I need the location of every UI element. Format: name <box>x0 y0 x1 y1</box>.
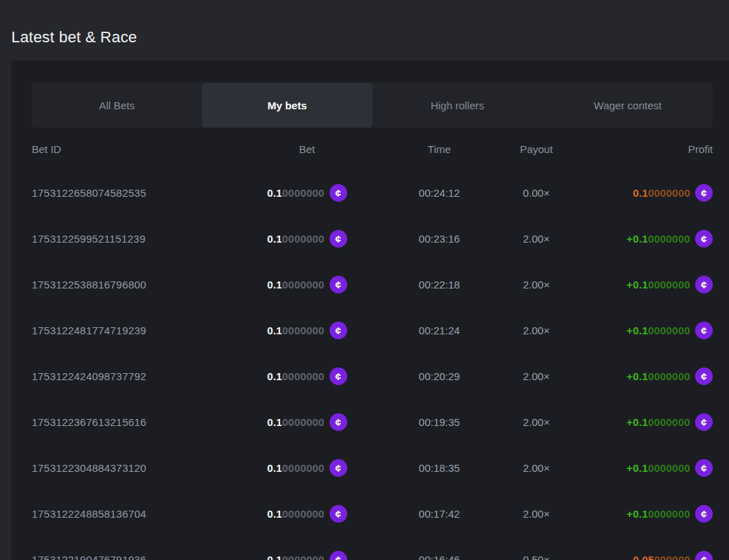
bet-amount-zeros: 0000000 <box>282 508 325 520</box>
bet-amount: 0.10000000 ¢ <box>267 184 347 202</box>
header-time: Time <box>385 143 494 155</box>
bet-time: 00:23:16 <box>418 233 459 245</box>
header-bet: Bet <box>229 143 385 155</box>
header-payout: Payout <box>494 143 579 155</box>
bet-amount-main: 0.1 <box>267 370 282 382</box>
bet-profit: +0.10000000 ¢ <box>627 367 713 385</box>
bet-profit: +0.10000000 ¢ <box>627 230 713 248</box>
bet-amount-zeros: 0000000 <box>282 370 325 382</box>
bet-amount-main: 0.1 <box>267 508 282 520</box>
bet-time: 00:18:35 <box>418 462 459 474</box>
coin-icon: ¢ <box>330 413 347 431</box>
coin-icon: ¢ <box>330 551 347 560</box>
coin-icon: ¢ <box>695 230 713 248</box>
coin-icon: ¢ <box>330 276 347 293</box>
bet-profit: +0.10000000 ¢ <box>627 459 713 477</box>
bet-profit: +0.10000000 ¢ <box>627 505 713 523</box>
header-bet-id: Bet ID <box>32 143 229 155</box>
profit-amount-zeros: 0000000 <box>648 324 690 336</box>
bet-payout: 2.00× <box>523 462 550 474</box>
table-row[interactable]: 1753122248858136704 0.10000000 ¢ 00:17:4… <box>32 491 713 537</box>
bet-amount-zeros: 0000000 <box>282 462 325 474</box>
bet-profit: 0.10000000 ¢ <box>633 184 713 202</box>
profit-amount-main: +0.1 <box>627 416 648 428</box>
coin-icon: ¢ <box>330 230 347 248</box>
profit-amount-main: +0.1 <box>627 233 648 245</box>
bet-payout: 0.50× <box>523 554 550 560</box>
coin-icon: ¢ <box>695 367 713 385</box>
bet-id-value: 1753122248858136704 <box>32 508 146 520</box>
coin-icon: ¢ <box>695 184 713 202</box>
bet-amount: 0.10000000 ¢ <box>267 322 347 339</box>
bets-table-body: 1753122658074582535 0.10000000 ¢ 00:24:1… <box>32 170 713 560</box>
coin-icon: ¢ <box>330 184 347 202</box>
bet-profit: +0.10000000 ¢ <box>627 276 713 293</box>
bet-amount: 0.10000000 ¢ <box>267 276 347 293</box>
bet-amount-zeros: 0000000 <box>282 554 325 560</box>
bet-amount-main: 0.1 <box>267 187 282 199</box>
bet-amount: 0.10000000 ¢ <box>267 505 347 523</box>
bet-amount-main: 0.1 <box>267 462 282 474</box>
bet-amount-zeros: 0000000 <box>282 416 325 428</box>
profit-amount-zeros: 0000000 <box>648 187 690 199</box>
tab-all-bets[interactable]: All Bets <box>32 83 202 128</box>
profit-amount-zeros: 0000000 <box>648 508 690 520</box>
profit-amount-main: +0.1 <box>627 279 648 291</box>
table-header-row: Bet ID Bet Time Payout Profit <box>32 128 713 170</box>
bet-time: 00:24:12 <box>418 187 459 199</box>
bet-payout: 2.00× <box>523 324 550 336</box>
tab-wager-contest[interactable]: Wager contest <box>543 83 713 128</box>
bet-time: 00:20:29 <box>418 370 459 382</box>
table-row[interactable]: 1753122304884373120 0.10000000 ¢ 00:18:3… <box>32 445 713 491</box>
profit-amount-zeros: 0000000 <box>648 279 690 291</box>
profit-amount-zeros: 0000000 <box>648 370 690 382</box>
table-row[interactable]: 1753122190476791936 0.10000000 ¢ 00:16:4… <box>32 537 713 560</box>
table-row[interactable]: 1753122599521151239 0.10000000 ¢ 00:23:1… <box>32 216 713 262</box>
bet-payout: 2.00× <box>523 508 550 520</box>
bet-amount-main: 0.1 <box>267 324 282 336</box>
table-row[interactable]: 1753122538816796800 0.10000000 ¢ 00:22:1… <box>32 262 713 308</box>
bet-id-value: 1753122481774719239 <box>32 324 146 336</box>
bet-id-value: 1753122658074582535 <box>32 187 146 199</box>
bet-id-value: 1753122367613215616 <box>32 416 146 428</box>
profit-amount-main: +0.1 <box>627 508 648 520</box>
bet-payout: 2.00× <box>523 370 550 382</box>
coin-icon: ¢ <box>695 459 713 477</box>
bet-amount: 0.10000000 ¢ <box>267 413 347 431</box>
bet-id-value: 1753122304884373120 <box>32 462 146 474</box>
coin-icon: ¢ <box>330 459 347 477</box>
table-row[interactable]: 1753122424098737792 0.10000000 ¢ 00:20:2… <box>32 353 713 399</box>
coin-icon: ¢ <box>330 322 347 339</box>
bet-amount-main: 0.1 <box>267 554 282 560</box>
table-row[interactable]: 1753122367613215616 0.10000000 ¢ 00:19:3… <box>32 399 713 445</box>
profit-amount-main: +0.1 <box>627 324 648 336</box>
bet-time: 00:19:35 <box>418 416 459 428</box>
bet-id-value: 1753122538816796800 <box>32 279 146 291</box>
tab-high-rollers[interactable]: High rollers <box>373 83 543 128</box>
bet-profit: +0.10000000 ¢ <box>627 322 713 339</box>
bet-amount-main: 0.1 <box>267 416 282 428</box>
bet-amount: 0.10000000 ¢ <box>267 230 347 248</box>
bet-time: 00:16:46 <box>418 554 459 560</box>
bet-amount-zeros: 0000000 <box>282 324 325 336</box>
bet-amount-zeros: 0000000 <box>282 187 325 199</box>
coin-icon: ¢ <box>695 322 713 339</box>
coin-icon: ¢ <box>695 505 713 523</box>
profit-amount-main: +0.1 <box>627 370 648 382</box>
coin-icon: ¢ <box>330 367 347 385</box>
tab-my-bets[interactable]: My bets <box>202 83 372 128</box>
table-row[interactable]: 1753122658074582535 0.10000000 ¢ 00:24:1… <box>32 170 713 216</box>
profit-amount-zeros: 0000000 <box>648 233 690 245</box>
bet-amount-zeros: 0000000 <box>282 279 325 291</box>
header-profit: Profit <box>579 143 713 155</box>
bet-amount-zeros: 0000000 <box>282 233 325 245</box>
bet-amount: 0.10000000 ¢ <box>267 367 347 385</box>
bet-time: 00:22:18 <box>418 279 459 291</box>
page-title: Latest bet & Race <box>11 28 718 47</box>
coin-icon: ¢ <box>330 505 347 523</box>
bet-profit: +0.10000000 ¢ <box>627 413 713 431</box>
table-row[interactable]: 1753122481774719239 0.10000000 ¢ 00:21:2… <box>32 308 713 353</box>
bet-payout: 0.00× <box>523 187 550 199</box>
coin-icon: ¢ <box>695 276 713 293</box>
bet-time: 00:17:42 <box>418 508 459 520</box>
